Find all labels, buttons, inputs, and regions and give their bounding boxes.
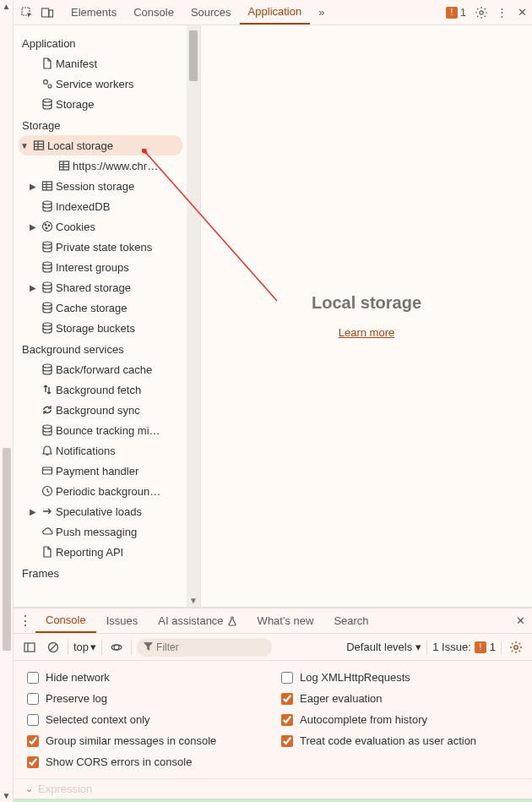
- tab-sources[interactable]: Sources: [182, 0, 240, 25]
- sidebar-item-local-storage-origin[interactable]: https://www.chr…: [14, 155, 187, 176]
- sidebar-item-session-storage[interactable]: ▶ Session storage: [14, 176, 187, 196]
- table-icon: [39, 180, 56, 192]
- sidebar-item-speculative[interactable]: ▶ Speculative loads: [14, 501, 187, 521]
- table-icon: [30, 139, 47, 151]
- clock-icon: [39, 485, 56, 497]
- sidebar-item-interest[interactable]: Interest groups: [14, 257, 187, 277]
- setting-hide-network[interactable]: Hide network: [27, 671, 264, 684]
- tab-console[interactable]: Console: [125, 0, 182, 25]
- sidebar-item-periodic[interactable]: Periodic backgroun…: [14, 481, 187, 501]
- kebab-menu-icon[interactable]: ⋮: [491, 0, 512, 25]
- main-content-pane: Local storage Learn more: [201, 25, 532, 607]
- card-icon: [39, 465, 56, 477]
- sidebar-item-cookies[interactable]: ▶ Cookies: [14, 216, 187, 237]
- setting-group-similar[interactable]: Group similar messages in console: [27, 734, 264, 747]
- chevron-down-icon: ⌄: [25, 783, 33, 794]
- svg-rect-7: [35, 141, 44, 150]
- settings-gear-icon[interactable]: [471, 0, 491, 25]
- close-drawer-icon[interactable]: ✕: [508, 608, 532, 633]
- chevron-down-icon: ▾: [90, 641, 96, 653]
- arrow-icon: [39, 505, 56, 517]
- sidebar-scrollbar[interactable]: ▼: [187, 25, 200, 607]
- scrollbar-thumb[interactable]: [3, 448, 11, 651]
- sidebar-item-bgsync[interactable]: Background sync: [14, 400, 187, 420]
- svg-point-20: [43, 364, 52, 368]
- sidebar-item-bfcache[interactable]: Back/forward cache: [14, 359, 187, 379]
- sidebar-item-bgfetch[interactable]: Background fetch: [14, 379, 187, 400]
- issues-badge[interactable]: ! 1: [441, 0, 471, 25]
- svg-rect-9: [43, 182, 52, 190]
- sidebar-item-bounce[interactable]: Bounce tracking mi…: [14, 420, 187, 440]
- live-expression-icon[interactable]: [107, 638, 126, 657]
- cloud-icon: [39, 526, 56, 537]
- console-settings-gear-icon[interactable]: [507, 638, 525, 657]
- chevron-down-icon: ▾: [415, 641, 421, 653]
- devtools-top-tabbar: Elements Console Sources Application » !…: [14, 0, 532, 25]
- sidebar-item-service-workers[interactable]: Service workers: [14, 74, 187, 94]
- setting-selected-context[interactable]: Selected context only: [27, 713, 264, 726]
- caret-down-icon: ▼: [19, 141, 30, 150]
- setting-show-cors[interactable]: Show CORS errors in console: [27, 756, 264, 768]
- context-selector[interactable]: top▾: [73, 641, 96, 653]
- setting-autocomplete[interactable]: Autocomplete from history: [281, 713, 518, 726]
- sidebar-item-pst[interactable]: Private state tokens: [14, 237, 187, 257]
- section-background: Background services: [14, 338, 187, 359]
- device-toolbar-icon[interactable]: [37, 0, 57, 25]
- caret-right-icon: ▶: [27, 507, 39, 516]
- svg-rect-24: [24, 643, 35, 652]
- setting-eager-eval[interactable]: Eager evaluation: [281, 692, 518, 705]
- drawer-issues-link[interactable]: 1 Issue: ! 1: [432, 641, 496, 653]
- issue-icon: !: [475, 641, 486, 653]
- transfer-icon: [39, 384, 56, 396]
- sidebar-item-notifications[interactable]: Notifications: [14, 440, 187, 461]
- drawer-tab-ai[interactable]: AI assistance: [148, 608, 247, 633]
- svg-point-21: [43, 425, 52, 428]
- scrollbar-thumb[interactable]: [189, 30, 198, 81]
- filter-icon: [144, 642, 153, 652]
- drawer-kebab-icon[interactable]: ⋮: [15, 608, 35, 633]
- svg-rect-2: [49, 10, 53, 17]
- svg-point-27: [514, 645, 518, 648]
- sidebar-toggle-icon[interactable]: [20, 638, 39, 657]
- close-devtools-icon[interactable]: ✕: [512, 0, 532, 25]
- svg-point-16: [43, 262, 52, 265]
- svg-point-6: [43, 99, 52, 102]
- svg-rect-8: [60, 161, 69, 170]
- sidebar-item-storage-overview[interactable]: Storage: [14, 94, 187, 114]
- inspect-element-icon[interactable]: [17, 0, 37, 25]
- sidebar-item-cache[interactable]: Cache storage: [14, 297, 187, 318]
- sidebar-item-push[interactable]: Push messaging: [14, 521, 187, 542]
- sidebar-item-payment[interactable]: Payment handler: [14, 461, 187, 481]
- tab-elements[interactable]: Elements: [62, 0, 125, 25]
- sidebar-item-manifest[interactable]: Manifest: [14, 53, 187, 74]
- svg-point-5: [48, 85, 52, 88]
- drawer-tab-console[interactable]: Console: [35, 608, 96, 633]
- database-icon: [39, 241, 56, 253]
- svg-point-13: [48, 225, 50, 226]
- sidebar-item-reporting[interactable]: Reporting API: [14, 542, 187, 562]
- tab-more[interactable]: »: [310, 0, 333, 25]
- sidebar-item-shared[interactable]: ▶ Shared storage: [14, 277, 187, 297]
- filter-input[interactable]: [137, 638, 272, 657]
- drawer-tab-search[interactable]: Search: [323, 608, 378, 633]
- more-tabs-icon: »: [318, 6, 324, 19]
- database-icon: [39, 281, 56, 293]
- database-icon: [39, 261, 56, 273]
- clear-console-icon[interactable]: [44, 638, 62, 657]
- table-icon: [56, 160, 73, 172]
- setting-log-xhr[interactable]: Log XMLHttpRequests: [281, 671, 518, 684]
- setting-treat-user-action[interactable]: Treat code evaluation as user action: [281, 734, 518, 747]
- outer-scrollbar[interactable]: ▲ ▼: [0, 0, 14, 802]
- database-icon: [39, 363, 56, 375]
- drawer-tab-whatsnew[interactable]: What's new: [247, 608, 324, 633]
- sidebar-item-indexeddb[interactable]: IndexedDB: [14, 196, 187, 216]
- expression-row[interactable]: ⌄ Expression: [14, 778, 532, 799]
- sidebar-item-buckets[interactable]: Storage buckets: [14, 318, 187, 338]
- tab-application[interactable]: Application: [240, 0, 311, 25]
- log-levels-selector[interactable]: Default levels▾: [346, 641, 421, 653]
- setting-preserve-log[interactable]: Preserve log: [27, 692, 264, 705]
- learn-more-link[interactable]: Learn more: [339, 326, 394, 339]
- drawer-tab-issues[interactable]: Issues: [96, 608, 149, 633]
- sidebar-item-local-storage[interactable]: ▼ Local storage: [19, 135, 182, 155]
- document-icon: [39, 57, 56, 69]
